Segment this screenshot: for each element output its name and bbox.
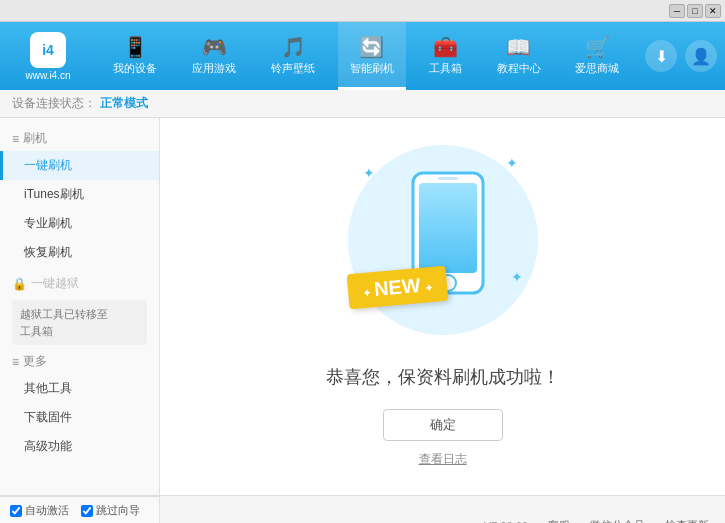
sidebar-item-advanced[interactable]: 高级功能 bbox=[0, 432, 159, 461]
my-device-icon: 📱 bbox=[123, 37, 148, 57]
logo[interactable]: i4 www.i4.cn bbox=[8, 26, 88, 86]
success-title: 恭喜您，保资料刷机成功啦！ bbox=[326, 365, 560, 389]
svg-rect-3 bbox=[438, 177, 458, 180]
status-label: 设备连接状态： bbox=[12, 95, 96, 112]
logo-icon: i4 bbox=[30, 32, 66, 68]
wechat-public-link[interactable]: 微信公众号 bbox=[590, 518, 645, 523]
header: i4 www.i4.cn 📱 我的设备 🎮 应用游戏 🎵 铃声壁纸 🔄 智能刷机… bbox=[0, 22, 725, 90]
lock-icon: 🔒 bbox=[12, 277, 27, 291]
sidebar-item-other-tools[interactable]: 其他工具 bbox=[0, 374, 159, 403]
daily-log-link[interactable]: 查看日志 bbox=[419, 451, 467, 468]
success-illustration: NEW ✦ ✦ ✦ bbox=[343, 145, 543, 345]
download-button[interactable]: ⬇ bbox=[645, 40, 677, 72]
confirm-button[interactable]: 确定 bbox=[383, 409, 503, 441]
sidebar-section-flash-title: ≡ 刷机 bbox=[0, 126, 159, 151]
close-button[interactable]: ✕ bbox=[705, 4, 721, 18]
sidebar-section-more-title: ≡ 更多 bbox=[0, 349, 159, 374]
nav-apps-games[interactable]: 🎮 应用游戏 bbox=[180, 22, 248, 90]
apps-games-icon: 🎮 bbox=[202, 37, 227, 57]
main-layout: ≡ 刷机 一键刷机 iTunes刷机 专业刷机 恢复刷机 🔒 一键越狱 bbox=[0, 118, 725, 495]
nav-ringtones-label: 铃声壁纸 bbox=[271, 61, 315, 76]
bottom-full-bar: 自动激活 跳过向导 📱 iPhone 12 mini 64GB Down-12m… bbox=[0, 495, 725, 523]
sparkle-icon-3: ✦ bbox=[511, 269, 523, 285]
tutorial-icon: 📖 bbox=[506, 37, 531, 57]
section-more-icon: ≡ bbox=[12, 355, 19, 369]
nav-apple-store-label: 爱思商城 bbox=[575, 61, 619, 76]
status-bar: 设备连接状态： 正常模式 bbox=[0, 90, 725, 118]
sparkle-icon-2: ✦ bbox=[506, 155, 518, 171]
header-right-actions: ⬇ 👤 bbox=[645, 40, 717, 72]
sidebar-item-one-click[interactable]: 一键刷机 bbox=[0, 151, 159, 180]
nav-smart-flash[interactable]: 🔄 智能刷机 bbox=[338, 22, 406, 90]
auto-activate-input[interactable] bbox=[10, 505, 22, 517]
nav-tutorial[interactable]: 📖 教程中心 bbox=[485, 22, 553, 90]
sidebar-section-flash: ≡ 刷机 一键刷机 iTunes刷机 专业刷机 恢复刷机 bbox=[0, 126, 159, 267]
nav-my-device[interactable]: 📱 我的设备 bbox=[101, 22, 169, 90]
sidebar-section-jailbreak: 🔒 一键越狱 越狱工具已转移至 工具箱 bbox=[0, 271, 159, 345]
sidebar-section-more: ≡ 更多 其他工具 下载固件 高级功能 bbox=[0, 349, 159, 461]
nav-toolbox-label: 工具箱 bbox=[429, 61, 462, 76]
skip-wizard-checkbox[interactable]: 跳过向导 bbox=[81, 503, 140, 518]
window-controls[interactable]: ─ □ ✕ bbox=[669, 4, 721, 18]
customer-service-link[interactable]: 客服 bbox=[548, 518, 570, 523]
content-area: NEW ✦ ✦ ✦ 恭喜您，保资料刷机成功啦！ 确定 查看日志 bbox=[160, 118, 725, 495]
bottom-right-bar: V7.98.66 客服 微信公众号 检查更新 bbox=[160, 496, 725, 523]
status-value: 正常模式 bbox=[100, 95, 148, 112]
sparkle-icon-1: ✦ bbox=[363, 165, 375, 181]
nav-toolbox[interactable]: 🧰 工具箱 bbox=[417, 22, 474, 90]
title-bar: ─ □ ✕ bbox=[0, 0, 725, 22]
svg-rect-1 bbox=[419, 183, 477, 273]
nav-smart-flash-label: 智能刷机 bbox=[350, 61, 394, 76]
section-flash-icon: ≡ bbox=[12, 132, 19, 146]
logo-url: www.i4.cn bbox=[25, 70, 70, 81]
checkbox-row: 自动激活 跳过向导 bbox=[10, 503, 149, 518]
smart-flash-icon: 🔄 bbox=[359, 37, 384, 57]
sidebar-item-pro-flash[interactable]: 专业刷机 bbox=[0, 209, 159, 238]
nav-my-device-label: 我的设备 bbox=[113, 61, 157, 76]
nav-bar: 📱 我的设备 🎮 应用游戏 🎵 铃声壁纸 🔄 智能刷机 🧰 工具箱 📖 教程中心… bbox=[96, 22, 637, 90]
profile-button[interactable]: 👤 bbox=[685, 40, 717, 72]
version-text: V7.98.66 bbox=[484, 520, 528, 524]
minimize-button[interactable]: ─ bbox=[669, 4, 685, 18]
sidebar-item-itunes-flash[interactable]: iTunes刷机 bbox=[0, 180, 159, 209]
ringtones-icon: 🎵 bbox=[281, 37, 306, 57]
sidebar-section-jailbreak-title: 🔒 一键越狱 bbox=[0, 271, 159, 296]
sidebar: ≡ 刷机 一键刷机 iTunes刷机 专业刷机 恢复刷机 🔒 一键越狱 bbox=[0, 118, 160, 495]
sidebar-item-download-firmware[interactable]: 下载固件 bbox=[0, 403, 159, 432]
bottom-sidebar: 自动激活 跳过向导 📱 iPhone 12 mini 64GB Down-12m… bbox=[0, 496, 160, 523]
skip-wizard-input[interactable] bbox=[81, 505, 93, 517]
jailbreak-info-box: 越狱工具已转移至 工具箱 bbox=[12, 300, 147, 345]
check-update-link[interactable]: 检查更新 bbox=[665, 518, 709, 523]
nav-apple-store[interactable]: 🛒 爱思商城 bbox=[563, 22, 631, 90]
sidebar-item-restore-flash[interactable]: 恢复刷机 bbox=[0, 238, 159, 267]
nav-tutorial-label: 教程中心 bbox=[497, 61, 541, 76]
nav-apps-games-label: 应用游戏 bbox=[192, 61, 236, 76]
maximize-button[interactable]: □ bbox=[687, 4, 703, 18]
toolbox-icon: 🧰 bbox=[433, 37, 458, 57]
auto-activate-checkbox[interactable]: 自动激活 bbox=[10, 503, 69, 518]
nav-ringtones[interactable]: 🎵 铃声壁纸 bbox=[259, 22, 327, 90]
apple-store-icon: 🛒 bbox=[585, 37, 610, 57]
